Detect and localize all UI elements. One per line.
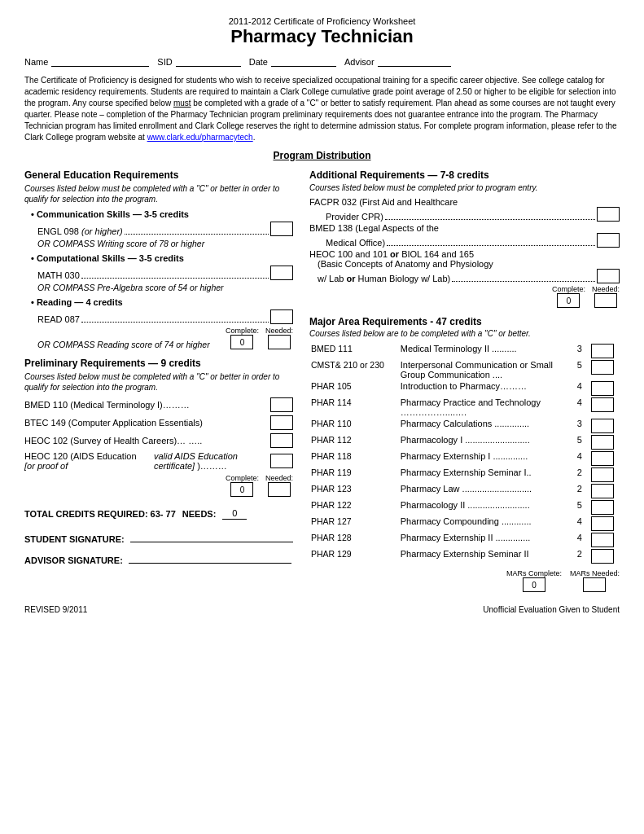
major-needed-9[interactable] (589, 499, 620, 516)
major-code-9: PHAR 122 (309, 499, 399, 516)
major-code-8: PHAR 123 (309, 483, 399, 499)
major-code-10: PHAR 127 (309, 516, 399, 532)
engl-label: ENGL 098 (or higher) (37, 226, 123, 236)
total-row: TOTAL CREDITS REQUIRED: 63- 77 NEEDS: 0 (24, 508, 293, 520)
major-row-12: PHAR 129 Pharmacy Externship Seminar II … (309, 548, 620, 564)
major-code-1: CMST& 210 or 230 (309, 359, 399, 380)
major-code-11: PHAR 128 (309, 532, 399, 548)
right-column: Additional Requirements — 7-8 credits Co… (309, 169, 620, 592)
major-code-6: PHAR 118 (309, 450, 399, 467)
needed-box-add[interactable] (594, 293, 617, 308)
mars-complete-box[interactable]: 0 (523, 577, 545, 592)
major-desc-7: Pharmacy Externship Seminar I.. (399, 467, 570, 483)
major-row-0: BMED 111 Medical Terminology II ........… (309, 343, 620, 359)
prelim-input-0[interactable] (270, 397, 293, 412)
major-needed-2[interactable] (589, 380, 620, 397)
read-bullet: • Reading — 4 credits (31, 297, 293, 307)
prelim-input-2[interactable] (270, 433, 293, 448)
advisor-input[interactable] (378, 55, 451, 67)
name-input[interactable] (51, 55, 149, 67)
facpr-label: FACPR 032 (First Aid and Healthcare (309, 197, 458, 207)
prelim-row-1: BTEC 149 (Computer Application Essential… (24, 415, 293, 430)
math-dots (81, 278, 269, 279)
major-needed-4[interactable] (589, 418, 620, 434)
needed-label-gen: Needed: (265, 327, 293, 335)
page-title: Pharmacy Technician (24, 26, 620, 47)
major-needed-5[interactable] (589, 434, 620, 450)
major-needed-12[interactable] (589, 548, 620, 564)
major-desc-4: Pharmacy Calculations .............. (399, 418, 570, 434)
info-line: Name SID Date Advisor (24, 55, 620, 67)
date-field: Date (249, 55, 336, 67)
major-subtext: Courses listed below are to be completed… (309, 329, 620, 338)
facpr-dots (385, 219, 595, 220)
prelim-row-0: BMED 110 (Medical Terminology I)……… (24, 397, 293, 412)
needs-label: NEEDS: (182, 509, 217, 519)
mars-row: MARs Complete: 0 MARs Needed: (309, 569, 620, 592)
sid-input[interactable] (176, 55, 241, 67)
major-needed-1[interactable] (589, 359, 620, 380)
major-credit-10: 4 (570, 516, 589, 532)
program-link[interactable]: www.clark.edu/pharmacytech (147, 133, 253, 142)
gen-ed-heading: General Education Requirements (24, 169, 293, 181)
engl-input[interactable] (270, 222, 293, 236)
name-label: Name (24, 57, 48, 67)
mars-needed-box[interactable] (583, 577, 606, 592)
major-credit-7: 2 (570, 467, 589, 483)
major-row-11: PHAR 128 Pharmacy Externship II ........… (309, 532, 620, 548)
needed-box-gen[interactable] (268, 335, 291, 349)
math-or: OR COMPASS Pre-Algebra score of 54 or hi… (37, 283, 293, 292)
complete-box-gen[interactable]: 0 (230, 335, 253, 349)
bmed138-label2: Medical Office) (326, 238, 385, 248)
major-needed-8[interactable] (589, 483, 620, 499)
main-content: General Education Requirements Courses l… (24, 169, 620, 592)
prelim-course-3: HEOC 120 (AIDS Education [or proof of (24, 451, 141, 471)
bmed138-dots (387, 245, 595, 246)
gen-ed-section: General Education Requirements Courses l… (24, 169, 293, 349)
prelim-course-3b: valid AIDS Education certificate] )……… (141, 451, 270, 471)
major-code-12: PHAR 129 (309, 548, 399, 564)
bmed138-input[interactable] (597, 233, 620, 248)
add-req-section: Additional Requirements — 7-8 credits Co… (309, 169, 620, 308)
major-heading: Major Area Requirements - 47 credits (309, 316, 620, 327)
date-input[interactable] (271, 55, 336, 67)
read-dots (81, 322, 269, 323)
facpr-input[interactable] (597, 207, 620, 222)
needed-box-prelim[interactable] (268, 482, 291, 497)
heoc100-input[interactable] (597, 269, 620, 283)
advisor-sig-input[interactable] (129, 552, 291, 564)
major-row-4: PHAR 110 Pharmacy Calculations .........… (309, 418, 620, 434)
major-row-7: PHAR 119 Pharmacy Externship Seminar I..… (309, 467, 620, 483)
major-needed-3[interactable] (589, 397, 620, 418)
math-input[interactable] (270, 266, 293, 280)
sid-field: SID (157, 55, 240, 67)
major-code-4: PHAR 110 (309, 418, 399, 434)
revised-text: REVISED 9/2011 (24, 605, 87, 614)
bmed138-row: BMED 138 (Legal Aspects of the Medical O… (309, 223, 620, 248)
major-credit-0: 3 (570, 343, 589, 359)
major-credit-6: 4 (570, 450, 589, 467)
facpr-row: FACPR 032 (First Aid and Healthcare Prov… (309, 197, 620, 222)
advisor-sig-label: ADVISOR SIGNATURE: (24, 555, 123, 565)
major-needed-11[interactable] (589, 532, 620, 548)
major-credit-11: 4 (570, 532, 589, 548)
prelim-heading: Preliminary Requirements — 9 credits (24, 358, 293, 369)
major-needed-6[interactable] (589, 450, 620, 467)
student-sig-input[interactable] (130, 531, 293, 542)
major-needed-7[interactable] (589, 467, 620, 483)
complete-label-gen: Complete: (226, 327, 259, 335)
prelim-input-3[interactable] (270, 454, 293, 468)
major-desc-1: Interpersonal Communication or Small Gro… (399, 359, 570, 380)
advisor-field: Advisor (344, 55, 451, 67)
complete-box-prelim[interactable]: 0 (230, 482, 253, 497)
major-needed-10[interactable] (589, 516, 620, 532)
read-input[interactable] (270, 309, 293, 324)
needs-val[interactable]: 0 (222, 508, 247, 520)
prelim-input-1[interactable] (270, 415, 293, 430)
major-code-5: PHAR 112 (309, 434, 399, 450)
facpr-label2: Provider CPR) (326, 212, 383, 222)
complete-box-add[interactable]: 0 (557, 293, 580, 308)
sid-label: SID (157, 57, 172, 67)
major-needed-0[interactable] (589, 343, 620, 359)
advisor-label: Advisor (344, 57, 375, 67)
